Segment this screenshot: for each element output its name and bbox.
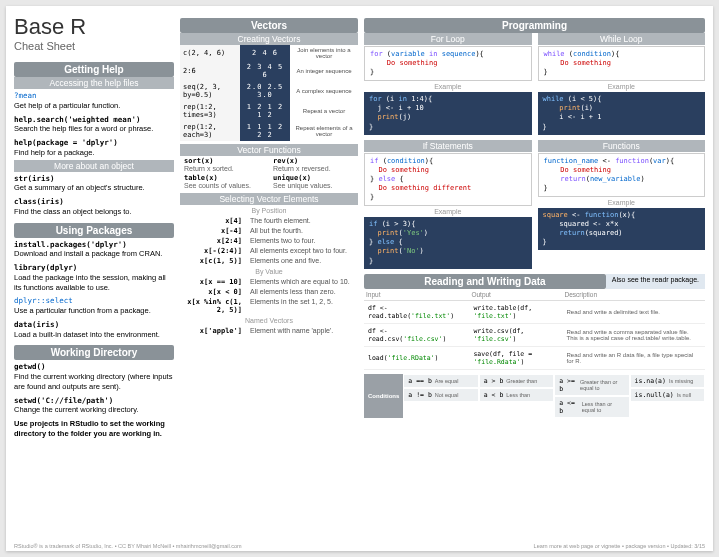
while-template: while (condition){ Do something}	[538, 46, 706, 81]
programming-header: Programming	[364, 18, 705, 33]
cond-code: is.null(a)	[635, 391, 674, 399]
vec-output: 1 2 1 2 1 2	[240, 101, 290, 121]
sel-code: x[-4]	[180, 227, 250, 235]
rw-desc: Read and write a comma separated value f…	[563, 323, 706, 346]
accessing-help-subheader: Accessing the help files	[14, 77, 174, 89]
vec-code: c(2, 4, 6)	[180, 45, 240, 61]
sel-row: x[x %in% c(1, 2, 5)]Elements in the set …	[180, 297, 358, 315]
cond-desc: Not equal	[435, 392, 459, 398]
if-example-label: Example	[364, 208, 532, 215]
sel-row: x['apple']Element with name 'apple'.	[180, 326, 358, 336]
help-desc-4: Get a summary of an object's structure.	[14, 183, 145, 192]
fn-example-label: Example	[538, 199, 706, 206]
vector-row: rep(1:2, times=3)1 2 1 2 1 2Repeat a vec…	[180, 101, 358, 121]
sel-code: x[c(1, 5)]	[180, 257, 250, 265]
vec-code: seq(2, 3, by=0.5)	[180, 81, 240, 101]
sel-desc: Elements two to four.	[250, 237, 358, 245]
vec-output: 2 3 4 5 6	[240, 61, 290, 81]
for-example-label: Example	[364, 83, 532, 90]
rw-row: df <- read.table('file.txt')write.table(…	[364, 300, 705, 323]
for-loop-header: For Loop	[364, 33, 532, 45]
footer-right: Learn more at web page or vignette • pac…	[534, 543, 705, 549]
cond-cell: a <= bLess than or equal to	[554, 396, 629, 418]
working-dir-header: Working Directory	[14, 345, 174, 360]
creating-vectors-subheader: Creating Vectors	[180, 33, 358, 45]
cond-cell: a > bGreater than	[479, 374, 554, 388]
sel-code: x['apple']	[180, 327, 250, 335]
cond-cell: a != bNot equal	[403, 388, 478, 402]
more-object-subheader: More about an object	[14, 160, 174, 172]
vector-row: rep(1:2, each=3)1 1 1 2 2 2Repeat elemen…	[180, 121, 358, 141]
cond-code: a < b	[484, 391, 504, 399]
sel-desc: All elements less than zero.	[250, 288, 358, 296]
column-middle: Vectors Creating Vectors c(2, 4, 6)2 4 6…	[180, 14, 358, 543]
cond-desc: Is missing	[669, 378, 693, 384]
rw-row: df <- read.csv('file.csv')write.csv(df, …	[364, 323, 705, 346]
sel-desc: Elements in the set 1, 2, 5.	[250, 298, 358, 314]
cond-code: a >= b	[559, 377, 577, 393]
help-desc-1: Get help of a particular function.	[14, 101, 120, 110]
vector-row: seq(2, 3, by=0.5)2.0 2.5 3.0A complex se…	[180, 81, 358, 101]
sel-code: x[x < 0]	[180, 288, 250, 296]
if-header: If Statements	[364, 140, 532, 152]
cond-code: a != b	[408, 391, 431, 399]
page-title: Base R	[14, 14, 174, 40]
cond-cell: a >= bGreater than or equal to	[554, 374, 629, 396]
sel-code: x[-(2:4)]	[180, 247, 250, 255]
creating-vectors-table: c(2, 4, 6)2 4 6Join elements into a vect…	[180, 45, 358, 141]
wd-code-1: getwd()	[14, 362, 46, 371]
sel-code: x[x == 10]	[180, 278, 250, 286]
fn-example: square <- function(x){ squared <- x*x re…	[538, 208, 706, 250]
help-code-1: ?mean	[14, 91, 37, 100]
while-example-label: Example	[538, 83, 706, 90]
vec-code: rep(1:2, each=3)	[180, 121, 240, 141]
if-example: if (i > 3){ print('Yes')} else { print('…	[364, 217, 532, 268]
rw-input: df <- read.csv('file.csv')	[364, 323, 469, 346]
sel-row: x[x == 10]Elements which are equal to 10…	[180, 277, 358, 287]
cond-desc: Less than	[506, 392, 530, 398]
cond-code: a == b	[408, 377, 431, 385]
conditions-label: Conditions	[364, 374, 403, 418]
getting-help-header: Getting Help	[14, 62, 174, 77]
for-example: for (i in 1:4){ j <- i + 10 print(j)}	[364, 92, 532, 134]
rw-table: Input Output Description df <- read.tabl…	[364, 289, 705, 370]
sel-row: x[4]The fourth element.	[180, 216, 358, 226]
pkg-code-4: data(iris)	[14, 320, 59, 329]
help-desc-3: Find help for a package.	[14, 148, 94, 157]
vec-code: rep(1:2, times=3)	[180, 101, 240, 121]
conditions-table: Conditions a == bAre equala != bNot equa…	[364, 374, 705, 418]
cond-code: a > b	[484, 377, 504, 385]
using-packages-header: Using Packages	[14, 223, 174, 238]
sel-desc: Elements one and five.	[250, 257, 358, 265]
sel-desc: Elements which are equal to 10.	[250, 278, 358, 286]
wd-note: Use projects in RStudio to set the worki…	[14, 419, 165, 438]
wd-desc-1: Find the current working directory (wher…	[14, 372, 172, 391]
help-code-2: help.search('weighted mean')	[14, 115, 140, 124]
vec-desc: An integer sequence	[290, 61, 358, 81]
sel-desc: All elements except two to four.	[250, 247, 358, 255]
cond-cell: is.na(a)Is missing	[630, 374, 705, 388]
cond-cell: a == bAre equal	[403, 374, 478, 388]
vec-output: 2 4 6	[240, 45, 290, 61]
pkg-desc-4: Load a built-in dataset into the environ…	[14, 330, 160, 339]
cond-cell: is.null(a)Is null	[630, 388, 705, 402]
sel-row: x[2:4]Elements two to four.	[180, 236, 358, 246]
rw-th-input: Input	[364, 289, 469, 301]
by-position-label: By Position	[180, 207, 358, 214]
vec-output: 1 1 1 2 2 2	[240, 121, 290, 141]
fn-template: function_name <- function(var){ Do somet…	[538, 153, 706, 197]
pkg-desc-2: Load the package into the session, makin…	[14, 273, 166, 292]
sel-desc: Element with name 'apple'.	[250, 327, 358, 335]
rw-input: load('file.RData')	[364, 346, 469, 369]
sel-row: x[c(1, 5)]Elements one and five.	[180, 256, 358, 266]
functions-header: Functions	[538, 140, 706, 152]
cond-desc: Is null	[677, 392, 691, 398]
pkg-desc-1: Download and install a package from CRAN…	[14, 249, 162, 258]
selecting-elements-subheader: Selecting Vector Elements	[180, 193, 358, 205]
rw-header: Reading and Writing Data	[364, 274, 606, 289]
vfn-row: table(x)See counts of values.unique(x)Se…	[180, 173, 358, 190]
sel-row: x[-4]All but the fourth.	[180, 226, 358, 236]
wd-desc-2: Change the current working directory.	[14, 405, 139, 414]
named-vectors-label: Named Vectors	[180, 317, 358, 324]
vfn-row: sort(x)Return x sorted.rev(x)Return x re…	[180, 156, 358, 173]
